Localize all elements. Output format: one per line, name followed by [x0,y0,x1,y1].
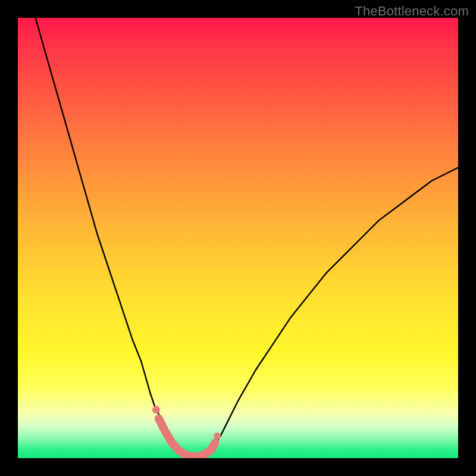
marker-dot [152,406,160,414]
marker-band [159,418,215,456]
watermark-text: TheBottleneck.com [355,4,469,19]
chart-frame: TheBottleneck.com [0,0,476,476]
optimal-range-markers [152,406,221,456]
bottleneck-curve [36,18,458,458]
chart-svg [18,18,458,458]
plot-area [18,18,458,458]
marker-dot [214,433,221,440]
